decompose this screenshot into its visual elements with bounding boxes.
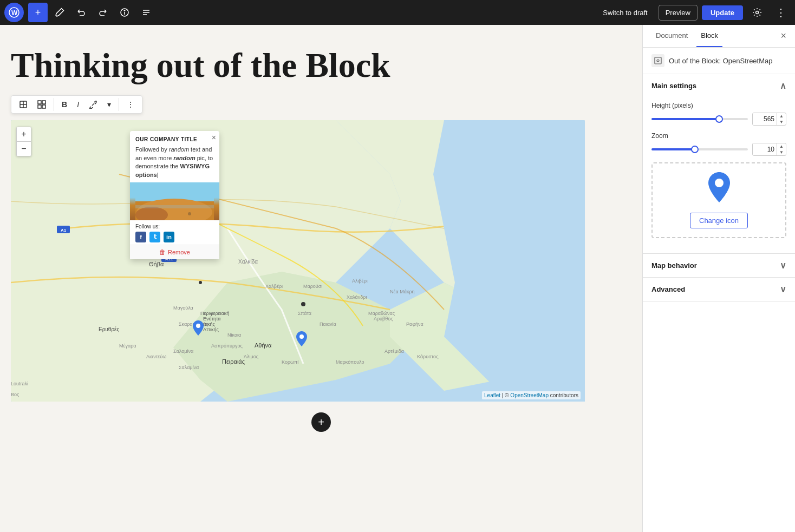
svg-rect-70 (135, 205, 214, 208)
svg-text:Χαλάνδρι: Χαλάνδρι (347, 294, 367, 300)
svg-text:Μαγούλα: Μαγούλα (173, 305, 193, 311)
svg-text:Αλιβέρι: Αλιβέρι (352, 278, 368, 284)
map-pin-1[interactable] (193, 320, 204, 336)
switch-to-draft-button[interactable]: Switch to draft (596, 5, 654, 20)
main-settings-header[interactable]: Main settings ∧ (643, 74, 795, 97)
height-value-input[interactable] (753, 113, 777, 125)
map-pin-2[interactable] (296, 331, 307, 346)
height-label: Height (pixels) (651, 102, 786, 109)
svg-text:Σαλαμίνα: Σαλαμίνα (173, 349, 193, 354)
bold-button[interactable]: B (57, 98, 71, 111)
map-behavior-chevron: ∨ (780, 260, 786, 271)
svg-text:Αρτέμιδα: Αρτέμιδα (385, 349, 404, 354)
svg-text:Loutraki: Loutraki (11, 381, 28, 386)
popup-social: Follow us: f 𝕥 in (130, 220, 219, 245)
topbar: W + Switch to draft (0, 0, 795, 25)
zoom-arrows: ▲ ▼ (777, 143, 786, 155)
height-slider-row: Height (pixels) ▲ ▼ (651, 102, 786, 126)
align-button[interactable] (33, 98, 50, 111)
redo-button[interactable] (93, 3, 113, 22)
block-name-row: Out of the Block: OpenStreetMap (643, 48, 795, 74)
block-icon (651, 54, 664, 67)
osm-link[interactable]: OpenStreetMap (510, 392, 549, 398)
add-new-block-button[interactable]: + (311, 412, 331, 432)
wp-logo[interactable]: W (4, 3, 24, 22)
zoom-slider-track[interactable] (651, 148, 748, 150)
svg-rect-16 (11, 120, 585, 402)
preview-button[interactable]: Preview (659, 5, 698, 21)
zoom-value-box: ▲ ▼ (752, 143, 786, 156)
zoom-slider-fill (651, 148, 695, 150)
sidebar-close-button[interactable]: × (780, 30, 786, 42)
block-type-button[interactable] (15, 98, 32, 111)
svg-point-71 (188, 212, 191, 215)
svg-point-8 (756, 11, 759, 14)
svg-text:Μαρκόπουλο: Μαρκόπουλο (336, 359, 364, 365)
svg-text:Μέγαρα: Μέγαρα (119, 343, 136, 349)
more-rich-text-button[interactable]: ▾ (103, 98, 115, 111)
icon-preview-box: Change icon (651, 162, 786, 238)
map-behavior-section: Map behavior ∨ (643, 254, 795, 278)
italic-button[interactable]: I (73, 98, 83, 111)
svg-text:Αττικής: Αττικής (203, 327, 219, 332)
main-layout: Thinking out of the Block B I (0, 25, 795, 532)
height-down-arrow[interactable]: ▼ (777, 119, 786, 125)
linkedin-icon[interactable]: in (164, 232, 174, 242)
height-up-arrow[interactable]: ▲ (777, 113, 786, 119)
list-view-button[interactable] (136, 3, 156, 22)
remove-popup-button[interactable]: 🗑 Remove (130, 245, 219, 259)
settings-button[interactable] (747, 3, 767, 22)
svg-rect-15 (42, 105, 45, 108)
facebook-icon[interactable]: f (135, 232, 146, 242)
twitter-icon[interactable]: 𝕥 (149, 232, 160, 242)
advanced-header[interactable]: Advanced ∨ (643, 278, 795, 301)
svg-point-64 (196, 324, 200, 328)
tab-document[interactable]: Document (651, 25, 692, 47)
svg-text:Χαλκίδα: Χαλκίδα (238, 259, 258, 265)
main-settings-section: Main settings ∧ Height (pixels) (643, 74, 795, 254)
map-behavior-header[interactable]: Map behavior ∨ (643, 254, 795, 277)
map-marker-preview (708, 172, 730, 207)
map-container[interactable]: A1 A11 A8 Θήβα Ερυθρές Χαλκίδα Χαλβέρι Α… (11, 120, 585, 402)
zoom-down-arrow[interactable]: ▼ (777, 149, 786, 155)
svg-rect-14 (38, 105, 41, 108)
svg-text:Μαραθώνας: Μαραθώνας (368, 311, 395, 316)
popup-close-button[interactable]: × (212, 133, 216, 142)
height-slider-track[interactable] (651, 118, 748, 120)
zoom-in-button[interactable]: + (17, 127, 31, 141)
svg-text:Βος: Βος (11, 392, 19, 397)
popup-title: OUR COMPANY TITLE (130, 131, 219, 145)
height-slider-thumb[interactable] (715, 115, 723, 123)
block-options-button[interactable]: ⋮ (122, 98, 139, 111)
info-button[interactable] (115, 3, 134, 22)
svg-point-22 (301, 302, 305, 306)
height-value-box: ▲ ▼ (752, 113, 786, 126)
link-button[interactable] (84, 98, 102, 111)
map-attribution: Leaflet | © OpenStreetMap contributors (482, 391, 581, 399)
svg-point-74 (715, 179, 724, 187)
tab-block[interactable]: Block (696, 25, 722, 47)
zoom-out-button[interactable]: − (17, 142, 31, 156)
zoom-slider-thumb[interactable] (691, 146, 699, 153)
zoom-up-arrow[interactable]: ▲ (777, 143, 786, 149)
leaflet-link[interactable]: Leaflet (484, 392, 500, 398)
svg-text:Περιφερειακή: Περιφερειακή (200, 311, 229, 316)
sidebar: Document Block × Out of the Block: OpenS… (642, 25, 795, 532)
svg-rect-13 (42, 101, 45, 104)
edit-button[interactable] (50, 3, 69, 22)
svg-rect-24 (57, 226, 70, 233)
add-block-button[interactable]: + (28, 3, 48, 22)
update-button[interactable]: Update (702, 5, 743, 20)
svg-text:Νίκαια: Νίκαια (227, 332, 241, 338)
svg-point-73 (657, 60, 659, 62)
change-icon-button[interactable]: Change icon (690, 213, 748, 228)
zoom-value-input[interactable] (753, 143, 777, 155)
post-title[interactable]: Thinking out of the Block (11, 47, 552, 84)
undo-button[interactable] (71, 3, 91, 22)
map-popup: × OUR COMPANY TITLE Followed by random t… (130, 131, 219, 259)
zoom-slider-row: Zoom ▲ ▼ (651, 132, 786, 156)
svg-text:Θήβα: Θήβα (149, 261, 164, 267)
svg-marker-21 (433, 120, 585, 402)
more-options-button[interactable]: ⋮ (771, 3, 791, 22)
svg-text:Σπάτα: Σπάτα (298, 311, 311, 316)
